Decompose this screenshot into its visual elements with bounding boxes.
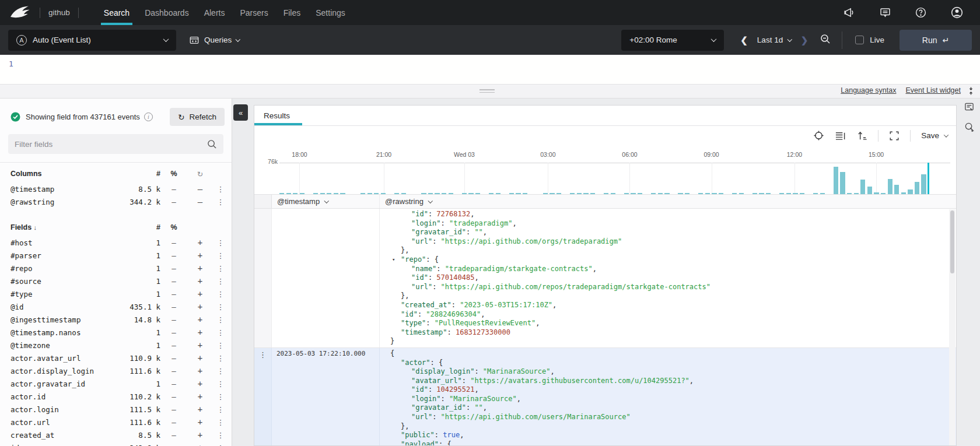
histogram-bar[interactable] [556, 193, 561, 194]
row-menu-button[interactable]: ⋮ [213, 354, 228, 363]
row-menu-button[interactable]: ⋮ [213, 264, 228, 273]
histogram-bar[interactable] [752, 193, 757, 194]
add-field-button[interactable]: + [187, 405, 213, 414]
histogram-bar[interactable] [394, 193, 399, 194]
add-field-button[interactable]: + [187, 289, 213, 298]
histogram-bar[interactable] [327, 193, 331, 194]
user-avatar-icon[interactable] [950, 6, 964, 19]
histogram-bar[interactable] [860, 180, 865, 194]
histogram-bar[interactable] [421, 193, 426, 194]
add-field-button[interactable]: + [187, 443, 213, 446]
collapse-sidebar-button[interactable]: « [233, 104, 248, 121]
row-density-icon[interactable] [835, 130, 846, 141]
refetch-button[interactable]: ↻ Refetch [170, 108, 225, 126]
nav-item-dashboards[interactable]: Dashboards [137, 0, 197, 25]
histogram-bar[interactable] [901, 192, 906, 194]
histogram-bar[interactable] [570, 193, 575, 194]
histogram-bar[interactable] [428, 193, 433, 194]
histogram-bar[interactable] [834, 167, 838, 194]
histogram-bar[interactable] [313, 193, 318, 194]
histogram-bar[interactable] [874, 192, 878, 194]
histogram-bar[interactable] [442, 193, 446, 194]
histogram-bar[interactable] [631, 193, 635, 194]
histogram-bar[interactable] [475, 193, 480, 194]
remove-column-dash[interactable]: — [187, 184, 213, 194]
run-button[interactable]: Run ↵ [900, 30, 972, 51]
add-field-button[interactable]: + [187, 430, 213, 440]
feedback-icon[interactable] [879, 6, 891, 19]
histogram-bar[interactable] [611, 193, 615, 194]
row-menu-button[interactable]: ⋮ [213, 380, 228, 388]
histogram-bar[interactable] [779, 193, 784, 194]
row-menu-button[interactable]: ⋮ [213, 290, 228, 298]
add-field-button[interactable]: + [187, 328, 213, 337]
histogram-bar[interactable] [550, 193, 554, 194]
histogram-bar[interactable] [374, 193, 379, 194]
histogram-bar[interactable] [624, 193, 629, 194]
fullscreen-icon[interactable] [889, 131, 900, 141]
add-field-button[interactable]: + [187, 251, 213, 260]
histogram-bar[interactable] [496, 193, 501, 194]
histogram-bar[interactable] [543, 193, 548, 194]
collapse-editor-icon[interactable] [967, 86, 975, 97]
histogram-bar[interactable] [340, 193, 345, 194]
histogram-bar[interactable] [368, 193, 372, 194]
histogram-bar[interactable] [915, 182, 919, 194]
table-scrollbar[interactable] [949, 209, 956, 445]
row-menu-button[interactable]: ⋮ [213, 341, 228, 350]
histogram-bar[interactable] [320, 193, 325, 194]
locate-event-icon[interactable] [964, 122, 974, 132]
histogram-bar[interactable] [509, 193, 514, 194]
row-menu-button[interactable]: ⋮ [213, 405, 228, 414]
view-selector-dropdown[interactable]: A Auto (Event List) [8, 30, 176, 51]
time-shift-back-button[interactable]: ❮ [737, 35, 751, 45]
histogram-bar[interactable] [279, 193, 284, 194]
histogram-bar[interactable] [583, 193, 588, 194]
add-field-button[interactable]: + [187, 315, 213, 324]
announcements-icon[interactable] [844, 6, 856, 19]
column-header-timestamp[interactable]: @timestamp [272, 195, 380, 208]
histogram-bar[interactable] [739, 193, 744, 194]
row-menu-button[interactable]: ⋮ [213, 444, 228, 446]
add-field-button[interactable]: + [187, 276, 213, 286]
histogram-bar[interactable] [894, 185, 899, 194]
histogram-bar[interactable] [685, 193, 690, 194]
histogram-bar[interactable] [719, 193, 723, 194]
histogram-bar[interactable] [523, 193, 527, 194]
add-field-button[interactable]: + [187, 353, 213, 363]
crosshair-icon[interactable] [813, 130, 824, 141]
histogram-bar[interactable] [800, 193, 804, 194]
histogram-bar[interactable] [658, 193, 663, 194]
add-field-button[interactable]: + [187, 366, 213, 375]
live-checkbox[interactable] [855, 36, 864, 44]
histogram-bar[interactable] [435, 193, 439, 194]
histogram-bar[interactable] [820, 193, 825, 194]
histogram-bar[interactable] [334, 193, 338, 194]
histogram-bar[interactable] [381, 193, 386, 194]
nav-item-search[interactable]: Search [96, 0, 137, 25]
nav-item-parsers[interactable]: Parsers [232, 0, 275, 25]
row-menu-button[interactable]: ⋮ [213, 367, 228, 375]
time-range-dropdown[interactable]: Last 1d [757, 36, 792, 44]
event-list-widget-link[interactable]: Event List widget [906, 86, 961, 94]
row-menu-button[interactable]: ⋮ [213, 251, 228, 260]
add-field-button[interactable]: + [187, 379, 213, 388]
help-icon[interactable] [915, 6, 927, 19]
row-menu-button[interactable]: ⋮ [213, 315, 228, 324]
row-menu-button[interactable]: ⋮ [213, 328, 228, 337]
info-icon[interactable]: i [144, 113, 153, 121]
sync-icon[interactable]: ↻ [187, 170, 213, 178]
timezone-dropdown[interactable]: +02:00 Rome [621, 30, 724, 51]
histogram-bar[interactable] [664, 193, 669, 194]
histogram-bar[interactable] [286, 193, 291, 194]
row-menu-button[interactable]: ⋮ [213, 198, 228, 206]
histogram-bar[interactable] [867, 187, 872, 194]
histogram-bar[interactable] [847, 193, 852, 194]
histogram-bar[interactable] [840, 172, 845, 194]
histogram-bar[interactable] [813, 193, 818, 194]
inspect-panel-icon[interactable] [964, 102, 974, 112]
crowdstrike-falcon-logo[interactable] [9, 3, 32, 22]
histogram-bar[interactable] [698, 193, 703, 194]
add-field-button[interactable]: + [187, 392, 213, 401]
row-menu-button[interactable]: ⋮ [213, 185, 228, 194]
